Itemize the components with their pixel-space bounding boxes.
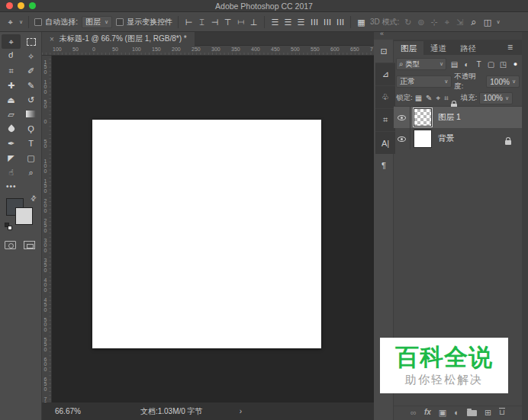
- document-tab[interactable]: × 未标题-1 @ 66.7% (图层 1, RGB/8*) *: [42, 32, 195, 46]
- marquee-tool[interactable]: [21, 34, 40, 49]
- 3d-slide-icon[interactable]: ⌖: [442, 17, 452, 27]
- search-icon[interactable]: ⌕: [468, 17, 478, 27]
- filter-pixel-layers-icon[interactable]: ▤: [450, 60, 459, 69]
- layer-style-icon[interactable]: fx: [424, 408, 431, 417]
- layer-row-background[interactable]: 背景: [394, 128, 528, 149]
- hand-tool[interactable]: ☝: [2, 165, 21, 179]
- edit-toolbar-button[interactable]: •••: [0, 179, 41, 191]
- zoom-tool-icon: ⌕: [28, 168, 33, 177]
- visibility-toggle[interactable]: [394, 107, 410, 128]
- delete-layer-icon[interactable]: ⊔: [499, 408, 505, 416]
- magic-wand-tool[interactable]: ✧: [21, 49, 40, 63]
- lock-paint-icon[interactable]: ✎: [426, 94, 432, 102]
- swap-colors-icon[interactable]: ⇄: [29, 194, 38, 203]
- panel-icon-crop[interactable]: ⌗: [375, 108, 395, 131]
- distribute-left-icon[interactable]: ☰: [309, 18, 320, 27]
- align-left-icon[interactable]: ⊢: [184, 17, 194, 27]
- 3d-scale-icon[interactable]: ⇲: [455, 17, 465, 27]
- auto-select-checkbox[interactable]: [34, 18, 42, 26]
- lock-transparency-icon[interactable]: ▦: [415, 94, 422, 102]
- layer-name[interactable]: 图层 1: [438, 112, 461, 123]
- filter-shape-layers-icon[interactable]: ▢: [487, 60, 495, 69]
- lock-all-icon[interactable]: [451, 94, 459, 103]
- path-select-tool[interactable]: ◤: [2, 150, 21, 165]
- filter-type-layers-icon[interactable]: T: [475, 60, 483, 69]
- panel-icon-libraries[interactable]: ⊡: [374, 40, 394, 63]
- tool-preset-chevron-icon[interactable]: ∨: [19, 19, 23, 25]
- layer-mask-icon[interactable]: ▣: [439, 408, 446, 417]
- shape-tool[interactable]: ▢: [21, 150, 40, 165]
- eyedropper-tool-icon: ✐: [27, 66, 34, 75]
- layer-thumbnail[interactable]: [414, 108, 432, 127]
- move-tool[interactable]: ⌖: [2, 34, 21, 49]
- tab-layers[interactable]: 图层: [394, 41, 423, 55]
- new-group-icon[interactable]: [467, 410, 477, 416]
- layer-row-layer1[interactable]: 图层 1: [394, 107, 528, 128]
- show-transform-checkbox[interactable]: [116, 18, 124, 26]
- zoom-level-field[interactable]: 66.67%: [55, 407, 81, 415]
- pen-tool[interactable]: ✒: [2, 136, 21, 150]
- panel-icon-paragraph[interactable]: ¶: [374, 154, 394, 177]
- eyedropper-tool[interactable]: ✐: [21, 63, 40, 78]
- clone-stamp-tool[interactable]: ⏏: [2, 92, 21, 107]
- workspace-switcher-icon[interactable]: ◫: [482, 17, 492, 27]
- type-tool[interactable]: T: [21, 136, 40, 150]
- brush-tool[interactable]: ✎: [21, 78, 40, 92]
- adjustment-layer-icon[interactable]: ◐: [454, 408, 459, 417]
- distribute-vcenter-icon[interactable]: ☰: [283, 17, 293, 27]
- filter-adjustment-layers-icon[interactable]: ◐: [462, 60, 471, 69]
- lasso-tool[interactable]: ρ: [2, 49, 21, 63]
- align-hcenter-icon[interactable]: ⌶: [197, 17, 207, 27]
- default-colors-icon[interactable]: [5, 223, 12, 230]
- align-right-icon[interactable]: ⊣: [210, 17, 220, 27]
- tab-paths[interactable]: 路径: [453, 41, 483, 55]
- layer-filter-dropdown[interactable]: ⌕ 类型 ∨: [396, 58, 446, 70]
- panel-icon-character[interactable]: A|: [375, 131, 395, 154]
- eraser-tool[interactable]: ▱: [2, 107, 21, 121]
- link-layers-icon[interactable]: ∞: [410, 408, 417, 417]
- collapse-panels-icon[interactable]: «: [380, 30, 384, 37]
- blend-mode-dropdown[interactable]: 正常 ∨: [396, 75, 452, 88]
- chevron-down-icon[interactable]: ∨: [496, 19, 500, 25]
- align-top-icon[interactable]: ⊤: [223, 17, 233, 27]
- close-tab-icon[interactable]: ×: [50, 35, 54, 43]
- fill-dropdown[interactable]: 100% ∨: [479, 92, 513, 104]
- distribute-top-icon[interactable]: ☰: [270, 17, 280, 27]
- 3d-roll-icon[interactable]: ⊚: [416, 17, 426, 27]
- panel-icon-properties[interactable]: ⊿: [375, 63, 395, 85]
- status-options-chevron-icon[interactable]: ›: [240, 407, 242, 415]
- align-bottom-icon[interactable]: ⊥: [249, 17, 259, 27]
- distribute-spacing-icon[interactable]: ▦: [356, 17, 366, 27]
- opacity-dropdown[interactable]: 100% ∨: [486, 75, 520, 88]
- screen-mode-button[interactable]: [24, 241, 35, 249]
- 3d-drag-icon[interactable]: ⊹: [429, 17, 439, 27]
- filter-toggle-icon[interactable]: ●: [511, 60, 520, 68]
- history-brush-tool[interactable]: ↺: [21, 92, 40, 107]
- collapse-panels-bar[interactable]: «: [374, 32, 528, 40]
- lock-position-icon[interactable]: ⌖: [436, 94, 440, 103]
- spot-healing-brush-tool[interactable]: ✚: [2, 78, 21, 92]
- distribute-bottom-icon[interactable]: ☰: [296, 17, 306, 27]
- blur-tool[interactable]: [2, 121, 21, 136]
- distribute-hcenter-icon[interactable]: ☰: [322, 18, 333, 27]
- distribute-right-icon[interactable]: ☰: [335, 18, 346, 27]
- tab-channels[interactable]: 通道: [423, 41, 453, 55]
- visibility-toggle[interactable]: [394, 128, 410, 149]
- zoom-tool[interactable]: ⌕: [21, 165, 40, 179]
- panel-menu-icon[interactable]: ≡: [507, 42, 513, 53]
- 3d-rotate-icon[interactable]: ↻: [403, 17, 413, 27]
- dodge-tool[interactable]: Ϙ: [21, 121, 40, 136]
- panel-icon-shapes[interactable]: ♧: [375, 85, 395, 108]
- align-vcenter-icon[interactable]: ⌶: [236, 18, 246, 27]
- layer-name[interactable]: 背景: [438, 133, 454, 144]
- layer-thumbnail[interactable]: [414, 130, 432, 148]
- gradient-tool[interactable]: [21, 107, 40, 121]
- filter-smart-objects-icon[interactable]: ◳: [499, 60, 507, 69]
- quick-mask-button[interactable]: [5, 241, 16, 249]
- background-color-swatch[interactable]: [15, 207, 33, 225]
- new-layer-icon[interactable]: ⊞: [485, 408, 491, 417]
- canvas[interactable]: [92, 120, 321, 348]
- auto-select-dropdown[interactable]: 图层 ∨: [82, 16, 112, 28]
- crop-tool[interactable]: ⌗: [2, 63, 21, 78]
- lock-artboard-icon[interactable]: ⌗: [444, 94, 449, 103]
